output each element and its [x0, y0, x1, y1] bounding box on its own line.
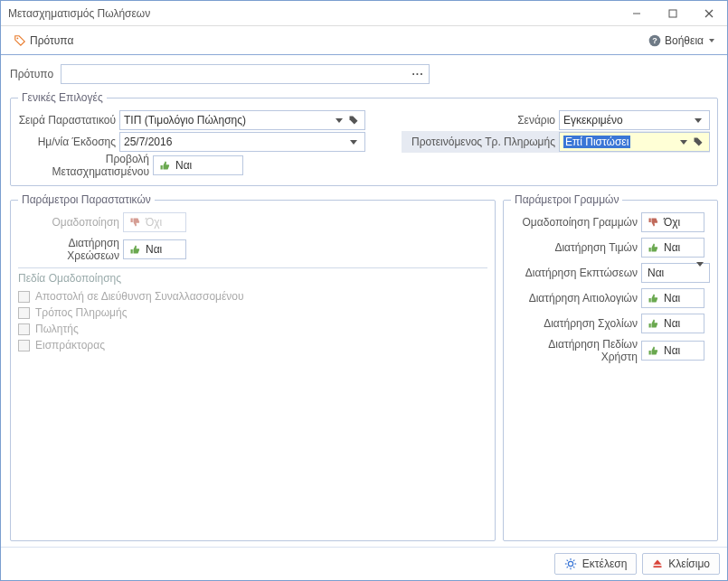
keep-comments-label: Διατήρηση Σχολίων [511, 317, 638, 330]
execute-button[interactable]: Εκτέλεση [554, 553, 638, 575]
svg-text:?: ? [652, 36, 657, 45]
view-transformed-value: Ναι [175, 159, 192, 172]
chevron-down-icon[interactable] [676, 140, 691, 145]
svg-rect-17 [654, 566, 662, 567]
doc-params-legend: Παράμετροι Παραστατικών [18, 193, 155, 206]
doc-series-value: ΤΙΠ (Τιμολόγιο Πώλησης) [124, 114, 332, 127]
svg-point-7 [568, 561, 572, 566]
ellipsis-icon[interactable]: ··· [411, 68, 425, 80]
close-button[interactable]: Κλείσιμο [642, 553, 720, 575]
payment-method-input[interactable]: Επί Πιστώσει [559, 132, 710, 152]
maximize-button[interactable] [655, 1, 691, 26]
chevron-down-icon[interactable] [332, 118, 346, 123]
keep-charges-value: Ναι [146, 243, 162, 256]
thumb-up-icon [648, 345, 658, 356]
keep-comments-value: Ναι [664, 317, 680, 330]
tag-icon [14, 34, 26, 47]
grouping-option-label: Πωλητής [35, 323, 79, 335]
keep-user-fields-value: Ναι [664, 344, 680, 357]
minimize-button[interactable] [619, 1, 655, 26]
general-options-fieldset: Γενικές Επιλογές Σειρά Παραστατικού ΤΙΠ … [10, 91, 718, 186]
template-input[interactable]: ··· [61, 64, 430, 84]
help-icon: ? [648, 34, 661, 47]
svg-rect-1 [669, 10, 676, 17]
help-label: Βοήθεια [665, 34, 704, 47]
help-button[interactable]: ? Βοήθεια [643, 31, 720, 51]
line-params-legend: Παράμετροι Γραμμών [511, 193, 622, 206]
params-row: Παράμετροι Παραστατικών Ομαδοποίηση Όχι … [10, 193, 718, 541]
keep-discounts-value: Ναι [648, 267, 691, 279]
grouping-value: Όχι [146, 216, 162, 229]
grouping-label: Ομαδοποίηση [18, 216, 119, 229]
template-label: Πρότυπο [10, 68, 55, 80]
grouping-option-label: Εισπράκτορας [35, 339, 105, 351]
chevron-down-icon [709, 39, 714, 42]
group-lines-value: Όχι [664, 216, 680, 229]
keep-reasons-label: Διατήρηση Αιτιολογιών [511, 292, 638, 305]
thumb-up-icon [648, 318, 658, 329]
templates-button[interactable]: Πρότυπα [8, 31, 79, 51]
tag-icon[interactable] [691, 136, 705, 147]
keep-reasons-value: Ναι [664, 292, 680, 305]
window-title: Μετασχηματισμός Πωλήσεων [8, 7, 619, 20]
checkbox-icon [18, 291, 30, 303]
keep-user-fields-label: Διατήρηση Πεδίων Χρήστη [511, 338, 638, 363]
templates-label: Πρότυπα [30, 34, 73, 47]
keep-charges-label: Διατήρηση Χρεώσεων [18, 237, 119, 262]
content: Πρότυπο ··· Γενικές Επιλογές Σειρά Παρασ… [1, 55, 727, 547]
scenario-label: Σενάριο [402, 114, 555, 127]
gear-icon [564, 558, 577, 570]
view-transformed-label: Προβολή Μετασχηματισμένου [18, 153, 149, 178]
keep-reasons-toggle[interactable]: Ναι [641, 288, 704, 308]
grouping-option: Αποστολή σε Διεύθυνση Συναλλασσομένου [18, 288, 487, 305]
keep-user-fields-toggle[interactable]: Ναι [641, 341, 704, 361]
checkbox-icon [18, 323, 30, 335]
grouping-option: Εισπράκτορας [18, 337, 487, 353]
checkbox-icon [18, 340, 30, 351]
template-row: Πρότυπο ··· [10, 64, 718, 84]
doc-series-label: Σειρά Παραστατικού [18, 114, 116, 127]
execute-label: Εκτέλεση [582, 558, 628, 570]
keep-prices-toggle[interactable]: Ναι [641, 238, 704, 258]
grouping-option-label: Αποστολή σε Διεύθυνση Συναλλασσομένου [35, 290, 244, 303]
issue-date-value: 25/7/2016 [124, 136, 346, 148]
issue-date-input[interactable]: 25/7/2016 [119, 132, 365, 152]
view-transformed-toggle[interactable]: Ναι [153, 155, 243, 175]
line-params-fieldset: Παράμετροι Γραμμών Ομαδοποίηση Γραμμών Ό… [503, 193, 718, 541]
svg-line-15 [573, 560, 574, 561]
keep-charges-toggle[interactable]: Ναι [123, 239, 186, 259]
keep-discounts-toggle[interactable]: Ναι [641, 263, 710, 283]
close-label: Κλείσιμο [668, 558, 710, 570]
svg-line-12 [566, 560, 567, 561]
group-lines-toggle[interactable]: Όχι [641, 212, 704, 232]
bottom-bar: Εκτέλεση Κλείσιμο [1, 547, 727, 580]
chevron-down-icon[interactable] [691, 118, 705, 123]
grouping-fields: Πεδία Ομαδοποίησης Αποστολή σε Διεύθυνση… [18, 267, 487, 533]
eject-icon [652, 558, 663, 569]
chevron-down-icon[interactable] [346, 140, 361, 145]
thumb-up-icon [129, 244, 140, 255]
keep-discounts-label: Διατήρηση Εκπτώσεων [511, 267, 638, 279]
chevron-down-icon[interactable] [696, 267, 704, 279]
scenario-input[interactable]: Εγκεκριμένο [559, 110, 710, 130]
keep-prices-label: Διατήρηση Τιμών [511, 241, 638, 254]
window: Μετασχηματισμός Πωλήσεων Πρότυπα ? [0, 0, 728, 581]
svg-marker-16 [654, 560, 662, 565]
keep-comments-toggle[interactable]: Ναι [641, 314, 704, 333]
doc-series-input[interactable]: ΤΙΠ (Τιμολόγιο Πώλησης) [119, 110, 365, 130]
scenario-value: Εγκεκριμένο [563, 114, 691, 127]
general-options-legend: Γενικές Επιλογές [18, 91, 107, 104]
checkbox-icon [18, 307, 30, 319]
svg-line-13 [573, 567, 574, 567]
thumb-down-icon [648, 217, 658, 228]
issue-date-label: Ημ/νία Έκδοσης [18, 136, 116, 148]
close-window-button[interactable] [691, 1, 727, 26]
doc-params-fieldset: Παράμετροι Παραστατικών Ομαδοποίηση Όχι … [10, 193, 496, 541]
payment-method-label: Προτεινόμενος Τρ. Πληρωμής [402, 136, 555, 148]
thumb-up-icon [159, 160, 170, 171]
svg-point-4 [17, 37, 19, 39]
thumb-up-icon [648, 242, 658, 253]
tag-icon[interactable] [346, 115, 361, 126]
keep-prices-value: Ναι [664, 241, 680, 254]
svg-line-14 [566, 567, 567, 567]
